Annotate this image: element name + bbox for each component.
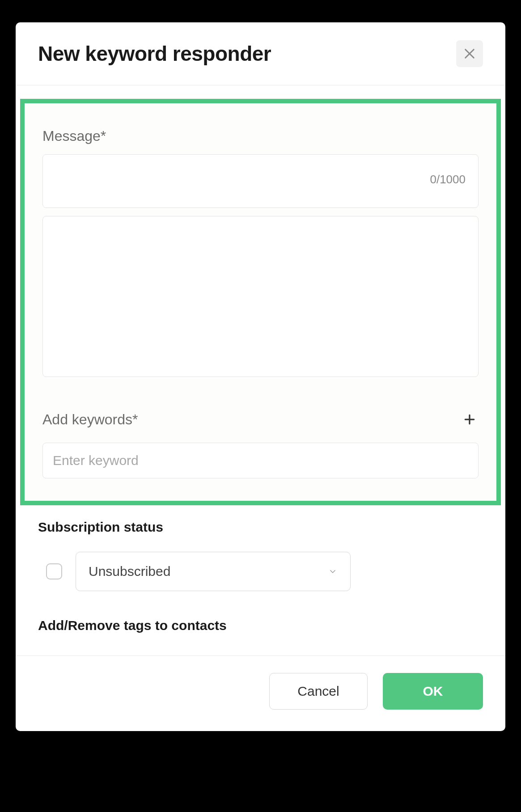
modal-dialog: New keyword responder Message* 0/1000 Ad…: [16, 22, 505, 731]
message-label: Message*: [42, 128, 479, 144]
tags-section-title: Add/Remove tags to contacts: [38, 618, 483, 633]
keywords-section: Add keywords*: [42, 410, 479, 478]
message-title-input[interactable]: 0/1000: [42, 154, 479, 208]
subscription-selected-value: Unsubscribed: [89, 564, 170, 579]
highlighted-section: Message* 0/1000 Add keywords*: [20, 99, 501, 505]
character-counter: 0/1000: [430, 173, 466, 186]
keyword-input[interactable]: [42, 443, 479, 478]
chevron-down-icon: [328, 567, 338, 576]
close-button[interactable]: [456, 40, 483, 67]
subscription-select-wrapper: Unsubscribed: [76, 552, 351, 591]
add-keyword-button[interactable]: [461, 410, 479, 428]
plus-icon: [464, 414, 475, 425]
close-icon: [463, 47, 476, 60]
ok-button[interactable]: OK: [383, 673, 483, 710]
subscription-row: Unsubscribed: [38, 552, 483, 591]
modal-title: New keyword responder: [38, 42, 271, 66]
message-body-textarea[interactable]: [42, 216, 479, 377]
keywords-header: Add keywords*: [42, 410, 479, 428]
subscription-checkbox[interactable]: [46, 563, 62, 579]
lower-section: Subscription status Unsubscribed Add/Rem…: [16, 505, 505, 633]
cancel-button[interactable]: Cancel: [269, 673, 368, 710]
modal-footer: Cancel OK: [16, 656, 505, 731]
keywords-label: Add keywords*: [42, 411, 138, 428]
subscription-status-title: Subscription status: [38, 520, 483, 535]
modal-header: New keyword responder: [16, 22, 505, 85]
subscription-select[interactable]: Unsubscribed: [76, 552, 351, 591]
